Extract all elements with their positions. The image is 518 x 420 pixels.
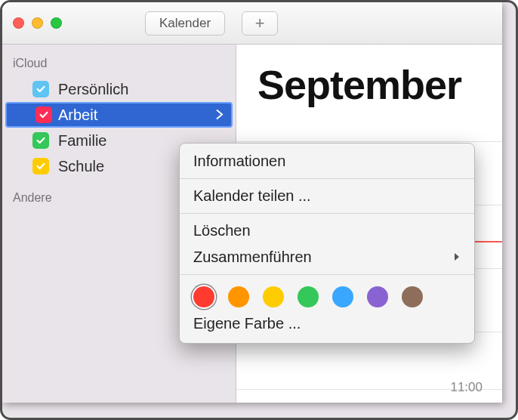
color-swatch-1[interactable]	[228, 286, 249, 307]
menu-item-custom-color[interactable]: Eigene Farbe ...	[180, 310, 474, 337]
sidebar-section-header-icloud: iCloud	[2, 52, 236, 76]
grid-line	[236, 141, 502, 142]
month-title: September	[257, 61, 461, 108]
plus-icon: +	[255, 14, 265, 33]
calendar-checkbox[interactable]	[35, 107, 52, 123]
titlebar: Kalender +	[2, 2, 502, 45]
screenshot-frame: Kalender + iCloud Persönlich Arbeit	[0, 0, 518, 420]
calendar-label: Arbeit	[58, 107, 97, 124]
calendar-label: Schule	[58, 158, 104, 175]
context-menu: Informationen Kalender teilen ... Lösche…	[179, 143, 475, 344]
color-swatch-4[interactable]	[332, 286, 353, 307]
submenu-chevron-icon	[454, 252, 461, 264]
add-event-button[interactable]: +	[242, 11, 278, 36]
menu-item-merge[interactable]: Zusammenführen	[180, 244, 474, 270]
calendar-item-work[interactable]: Arbeit	[5, 102, 233, 128]
menu-item-info[interactable]: Informationen	[180, 148, 474, 174]
app-window: Kalender + iCloud Persönlich Arbeit	[2, 2, 502, 403]
calendar-checkbox[interactable]	[32, 81, 49, 97]
menu-item-delete[interactable]: Löschen	[180, 218, 474, 244]
color-swatch-6[interactable]	[402, 286, 423, 307]
close-window-button[interactable]	[13, 17, 24, 29]
calendar-item-personal[interactable]: Persönlich	[2, 76, 236, 102]
menu-separator	[180, 274, 474, 275]
toolbar-app-title-button[interactable]: Kalender	[145, 11, 225, 36]
color-swatch-0[interactable]	[193, 286, 214, 307]
window-controls	[13, 17, 62, 29]
color-swatch-2[interactable]	[263, 286, 284, 307]
maximize-window-button[interactable]	[51, 17, 62, 29]
time-label: 11:00	[450, 380, 483, 395]
menu-color-row	[180, 279, 474, 310]
menu-separator	[180, 178, 474, 179]
calendar-label: Persönlich	[58, 81, 128, 98]
chevron-right-icon	[216, 107, 224, 124]
calendar-checkbox[interactable]	[32, 158, 49, 174]
calendar-label: Familie	[58, 132, 106, 150]
color-swatch-5[interactable]	[367, 286, 388, 307]
menu-separator	[180, 213, 474, 214]
menu-item-share[interactable]: Kalender teilen ...	[180, 183, 474, 209]
calendar-checkbox[interactable]	[32, 132, 49, 149]
minimize-window-button[interactable]	[32, 17, 43, 29]
color-swatch-3[interactable]	[298, 286, 319, 307]
